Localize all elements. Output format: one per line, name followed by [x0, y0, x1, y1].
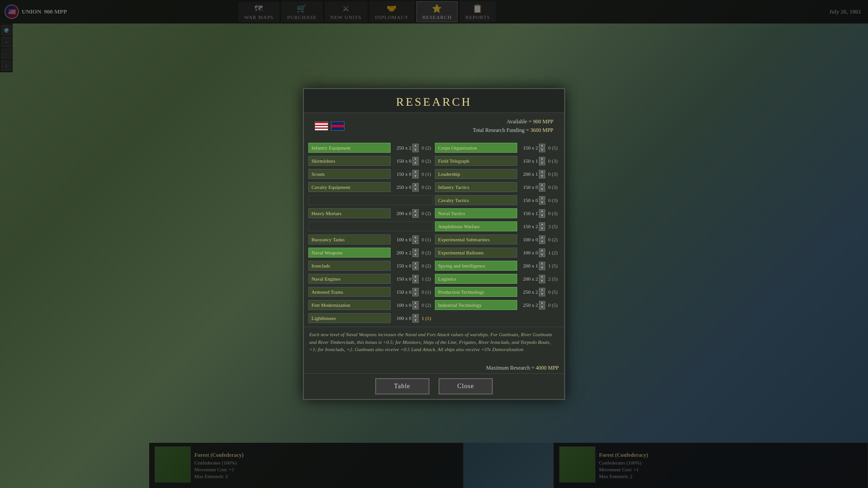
- research-spinner[interactable]: ▲▼: [539, 183, 545, 192]
- research-item[interactable]: Skirmishers150 x 0▲▼0 (2): [308, 155, 433, 167]
- spinner-up[interactable]: ▲: [412, 288, 419, 292]
- research-item[interactable]: Cavalry Tactics150 x 0▲▼0 (3): [435, 194, 560, 206]
- spinner-down[interactable]: ▼: [539, 214, 545, 218]
- research-item[interactable]: Experimental Balloons100 x 0▲▼1 (2): [435, 247, 560, 258]
- spinner-down[interactable]: ▼: [412, 214, 419, 218]
- spinner-up[interactable]: ▲: [539, 183, 545, 187]
- spinner-up[interactable]: ▲: [539, 157, 545, 161]
- research-spinner[interactable]: ▲▼: [539, 275, 545, 283]
- research-spinner[interactable]: ▲▼: [539, 235, 545, 244]
- spinner-down[interactable]: ▼: [412, 292, 419, 296]
- spinner-up[interactable]: ▲: [412, 170, 419, 174]
- spinner-up[interactable]: ▲: [539, 170, 545, 174]
- research-item[interactable]: Industrial Technology250 x 2▲▼0 (5): [435, 299, 560, 311]
- research-item[interactable]: Infantry Equipment250 x 2▲▼0 (2): [308, 142, 433, 154]
- research-item[interactable]: Naval Engines150 x 0▲▼1 (2): [308, 273, 433, 285]
- research-spinner[interactable]: ▲▼: [412, 235, 419, 244]
- research-item[interactable]: Corps Organization150 x 2▲▼0 (5): [435, 142, 560, 154]
- spinner-up[interactable]: ▲: [412, 183, 419, 187]
- research-item[interactable]: Experimental Submarines100 x 0▲▼0 (2): [435, 234, 560, 245]
- research-spinner[interactable]: ▲▼: [539, 157, 545, 165]
- research-item[interactable]: Buoyancy Tanks100 x 0▲▼0 (1): [308, 234, 433, 245]
- research-spinner[interactable]: ▲▼: [539, 170, 545, 178]
- spinner-up[interactable]: ▲: [412, 249, 419, 253]
- spinner-down[interactable]: ▼: [412, 188, 419, 192]
- spinner-up[interactable]: ▲: [539, 262, 545, 266]
- research-item[interactable]: Naval Tactics150 x 1▲▼0 (3): [435, 207, 560, 219]
- spinner-up[interactable]: ▲: [539, 301, 545, 305]
- research-item[interactable]: Cavalry Equipment250 x 0▲▼0 (2): [308, 181, 433, 193]
- spinner-up[interactable]: ▲: [412, 157, 419, 161]
- spinner-down[interactable]: ▼: [539, 148, 545, 152]
- research-item[interactable]: Fort Modernization100 x 0▲▼0 (2): [308, 299, 433, 311]
- research-spinner[interactable]: ▲▼: [539, 209, 545, 218]
- research-spinner[interactable]: ▲▼: [412, 183, 419, 192]
- spinner-up[interactable]: ▲: [412, 209, 419, 213]
- table-button[interactable]: Table: [375, 378, 429, 394]
- spinner-down[interactable]: ▼: [412, 253, 419, 257]
- research-item[interactable]: Armored Trains150 x 0▲▼0 (1): [308, 286, 433, 298]
- research-item[interactable]: Infantry Tactics150 x 0▲▼0 (3): [435, 181, 560, 193]
- research-item[interactable]: [308, 194, 433, 206]
- research-item[interactable]: Spying and Intelligence200 x 1▲▼1 (5): [435, 260, 560, 272]
- spinner-up[interactable]: ▲: [539, 288, 545, 292]
- research-spinner[interactable]: ▲▼: [412, 275, 419, 283]
- spinner-down[interactable]: ▼: [539, 305, 545, 310]
- spinner-down[interactable]: ▼: [539, 253, 545, 257]
- research-spinner[interactable]: ▲▼: [539, 222, 545, 231]
- research-item[interactable]: Scouts150 x 0▲▼0 (1): [308, 168, 433, 180]
- research-item[interactable]: Naval Weapons200 x 2▲▼0 (2): [308, 247, 433, 258]
- research-spinner[interactable]: ▲▼: [539, 288, 545, 296]
- spinner-up[interactable]: ▲: [539, 249, 545, 253]
- research-spinner[interactable]: ▲▼: [539, 144, 545, 152]
- research-spinner[interactable]: ▲▼: [539, 262, 545, 270]
- spinner-down[interactable]: ▼: [412, 148, 419, 152]
- spinner-up[interactable]: ▲: [539, 196, 545, 200]
- research-spinner[interactable]: ▲▼: [412, 209, 419, 218]
- research-spinner[interactable]: ▲▼: [539, 301, 545, 310]
- spinner-down[interactable]: ▼: [412, 174, 419, 178]
- spinner-down[interactable]: ▼: [539, 161, 545, 165]
- research-item[interactable]: Logistics200 x 2▲▼2 (5): [435, 273, 560, 285]
- spinner-down[interactable]: ▼: [412, 279, 419, 283]
- research-spinner[interactable]: ▲▼: [412, 314, 419, 323]
- spinner-down[interactable]: ▼: [412, 266, 419, 270]
- research-item[interactable]: Production Technology250 x 2▲▼0 (5): [435, 286, 560, 298]
- spinner-up[interactable]: ▲: [539, 222, 545, 226]
- spinner-down[interactable]: ▼: [412, 305, 419, 310]
- spinner-down[interactable]: ▼: [539, 292, 545, 296]
- spinner-up[interactable]: ▲: [539, 144, 545, 148]
- research-spinner[interactable]: ▲▼: [539, 196, 545, 205]
- spinner-down[interactable]: ▼: [539, 240, 545, 244]
- spinner-up[interactable]: ▲: [412, 144, 419, 148]
- research-item[interactable]: Field Telegraph150 x 1▲▼0 (3): [435, 155, 560, 167]
- spinner-down[interactable]: ▼: [539, 174, 545, 178]
- research-item[interactable]: Ironclads150 x 0▲▼0 (2): [308, 260, 433, 272]
- research-item[interactable]: Lighthouses100 x 0▲▼1 (1): [308, 312, 433, 324]
- research-spinner[interactable]: ▲▼: [412, 249, 419, 257]
- spinner-up[interactable]: ▲: [412, 275, 419, 279]
- research-spinner[interactable]: ▲▼: [412, 262, 419, 270]
- research-spinner[interactable]: ▲▼: [412, 157, 419, 165]
- spinner-up[interactable]: ▲: [539, 235, 545, 239]
- spinner-down[interactable]: ▼: [412, 240, 419, 244]
- spinner-down[interactable]: ▼: [539, 279, 545, 283]
- spinner-up[interactable]: ▲: [539, 275, 545, 279]
- research-item[interactable]: Amphibious Warfare150 x 2▲▼3 (5): [435, 221, 560, 232]
- research-spinner[interactable]: ▲▼: [412, 288, 419, 296]
- research-spinner[interactable]: ▲▼: [412, 144, 419, 152]
- spinner-down[interactable]: ▼: [412, 161, 419, 165]
- spinner-up[interactable]: ▲: [412, 262, 419, 266]
- spinner-down[interactable]: ▼: [412, 319, 419, 323]
- spinner-down[interactable]: ▼: [539, 188, 545, 192]
- research-spinner[interactable]: ▲▼: [412, 301, 419, 310]
- research-item[interactable]: [308, 221, 433, 232]
- research-spinner[interactable]: ▲▼: [412, 170, 419, 178]
- research-spinner[interactable]: ▲▼: [539, 249, 545, 257]
- spinner-up[interactable]: ▲: [539, 209, 545, 213]
- spinner-down[interactable]: ▼: [539, 227, 545, 231]
- research-item[interactable]: Leadership200 x 1▲▼0 (3): [435, 168, 560, 180]
- spinner-up[interactable]: ▲: [412, 314, 419, 318]
- close-button[interactable]: Close: [439, 378, 493, 394]
- research-item[interactable]: Heavy Mortars200 x 0▲▼0 (2): [308, 207, 433, 219]
